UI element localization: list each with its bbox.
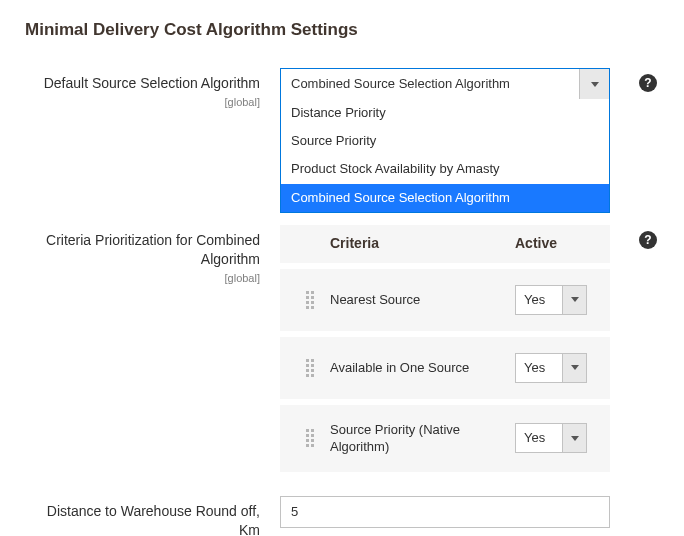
criteria-table: Criteria Active Nearest Source Yes bbox=[280, 225, 610, 472]
drag-handle-icon[interactable] bbox=[306, 291, 314, 309]
criteria-row: Source Priority (Native Algorithm) Yes bbox=[280, 399, 610, 472]
help-icon[interactable]: ? bbox=[639, 231, 657, 249]
label-text: Distance to Warehouse Round off, Km bbox=[47, 503, 260, 536]
drag-handle-icon[interactable] bbox=[306, 359, 314, 377]
default-algorithm-dropdown: Distance Priority Source Priority Produc… bbox=[280, 99, 610, 213]
chevron-down-icon bbox=[562, 354, 586, 382]
help-icon[interactable]: ? bbox=[639, 74, 657, 92]
criteria-row: Available in One Source Yes bbox=[280, 331, 610, 399]
label-text: Criteria Prioritization for Combined Alg… bbox=[46, 232, 260, 267]
criteria-active-select[interactable]: Yes bbox=[515, 423, 587, 453]
criteria-name: Source Priority (Native Algorithm) bbox=[330, 421, 515, 456]
criteria-active-select[interactable]: Yes bbox=[515, 353, 587, 383]
select-value: Yes bbox=[516, 354, 562, 382]
label-text: Default Source Selection Algorithm bbox=[44, 75, 260, 91]
option-source-priority[interactable]: Source Priority bbox=[281, 127, 609, 155]
chevron-down-icon bbox=[562, 424, 586, 452]
scope-hint: [global] bbox=[25, 271, 260, 286]
row-default-source-selection: Default Source Selection Algorithm [glob… bbox=[25, 68, 659, 110]
criteria-active-select[interactable]: Yes bbox=[515, 285, 587, 315]
criteria-row: Nearest Source Yes bbox=[280, 263, 610, 331]
row-criteria-prioritization: Criteria Prioritization for Combined Alg… bbox=[25, 225, 659, 472]
criteria-name: Available in One Source bbox=[330, 359, 515, 377]
criteria-header-active: Active bbox=[515, 235, 600, 251]
criteria-header-criteria: Criteria bbox=[330, 235, 515, 251]
label-criteria-prioritization: Criteria Prioritization for Combined Alg… bbox=[25, 225, 280, 286]
scope-hint: [global] bbox=[25, 95, 260, 110]
label-default-algorithm: Default Source Selection Algorithm [glob… bbox=[25, 68, 280, 110]
option-combined-algorithm[interactable]: Combined Source Selection Algorithm bbox=[281, 184, 609, 212]
option-distance-priority[interactable]: Distance Priority bbox=[281, 99, 609, 127]
select-value: Yes bbox=[516, 286, 562, 314]
drag-handle-icon[interactable] bbox=[306, 429, 314, 447]
label-roundoff: Distance to Warehouse Round off, Km [glo… bbox=[25, 496, 280, 536]
criteria-name: Nearest Source bbox=[330, 291, 515, 309]
option-stock-availability[interactable]: Product Stock Availability by Amasty bbox=[281, 155, 609, 183]
section-title: Minimal Delivery Cost Algorithm Settings bbox=[25, 20, 659, 40]
chevron-down-icon bbox=[579, 69, 609, 99]
select-value: Yes bbox=[516, 424, 562, 452]
chevron-down-icon bbox=[562, 286, 586, 314]
criteria-header-row: Criteria Active bbox=[280, 225, 610, 263]
row-roundoff: Distance to Warehouse Round off, Km [glo… bbox=[25, 496, 659, 536]
select-current-value: Combined Source Selection Algorithm bbox=[281, 69, 579, 99]
default-algorithm-select[interactable]: Combined Source Selection Algorithm Dist… bbox=[280, 68, 610, 100]
roundoff-input[interactable] bbox=[280, 496, 610, 528]
